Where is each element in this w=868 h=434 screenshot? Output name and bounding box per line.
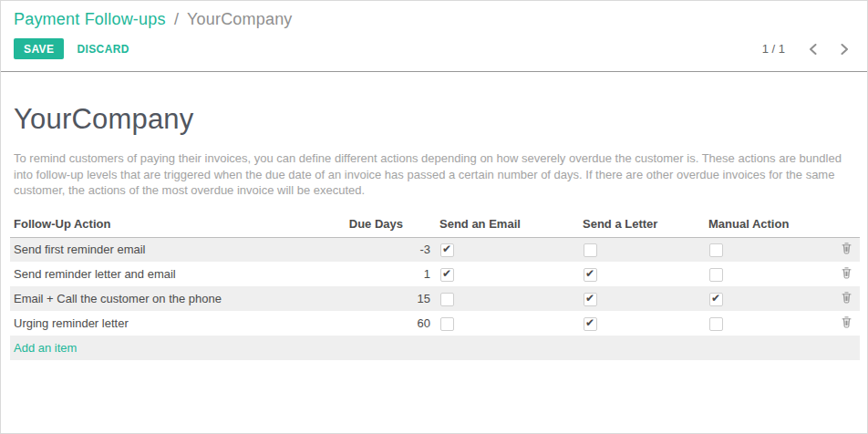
column-header-due-days[interactable]: Due Days <box>312 213 436 238</box>
due-days-cell[interactable]: 1 <box>312 262 436 286</box>
page: Payment Follow-ups / YourCompany SAVE DI… <box>0 0 868 434</box>
control-panel: Payment Follow-ups / YourCompany SAVE DI… <box>1 1 867 72</box>
follow-up-action-cell[interactable]: Urging reminder letter <box>10 311 312 336</box>
delete-row-trash-icon[interactable] <box>841 315 852 328</box>
description-text: To remind customers of paying their invo… <box>10 150 858 199</box>
column-header-send-an-email[interactable]: Send an Email <box>436 213 579 238</box>
breadcrumb-parent-link[interactable]: Payment Follow-ups <box>14 10 166 28</box>
check-icon: ✔ <box>442 243 451 256</box>
send-email-checkbox[interactable]: ✔ <box>440 293 454 306</box>
send-letter-checkbox[interactable]: ✔ <box>584 243 597 257</box>
due-days-cell[interactable]: -3 <box>312 237 436 262</box>
delete-row-trash-icon[interactable] <box>841 291 852 304</box>
pager-value: 1 / 1 <box>762 42 785 56</box>
chevron-right-icon <box>841 44 849 55</box>
add-an-item-link[interactable]: Add an item <box>14 341 77 355</box>
manual-action-checkbox[interactable]: ✔ <box>709 293 723 306</box>
check-icon: ✔ <box>442 267 451 281</box>
check-icon: ✔ <box>585 292 594 305</box>
manual-action-checkbox[interactable]: ✔ <box>709 317 723 331</box>
form-sheet: YourCompany To remind customers of payin… <box>1 72 867 360</box>
pager-next-button[interactable] <box>835 42 854 57</box>
page-title: YourCompany <box>10 103 858 136</box>
follow-up-levels-table: Follow-Up Action Due Days Send an Email … <box>10 213 860 361</box>
control-panel-buttons: SAVE DISCARD 1 / 1 <box>14 38 854 59</box>
send-email-checkbox[interactable]: ✔ <box>440 268 454 282</box>
send-email-checkbox[interactable]: ✔ <box>440 243 454 257</box>
delete-row-trash-icon[interactable] <box>841 266 852 279</box>
check-icon: ✔ <box>585 316 594 330</box>
pager-previous-button[interactable] <box>803 42 822 57</box>
column-header-manual-action[interactable]: Manual Action <box>705 213 832 238</box>
follow-up-action-cell[interactable]: Send reminder letter and email <box>10 262 312 286</box>
follow-up-action-cell[interactable]: Send first reminder email <box>10 237 312 262</box>
table-row[interactable]: Email + Call the customer on the phone 1… <box>10 286 860 311</box>
chevron-left-icon <box>809 44 817 55</box>
due-days-cell[interactable]: 15 <box>312 286 436 311</box>
check-icon: ✔ <box>711 292 720 305</box>
breadcrumb-current: YourCompany <box>187 10 293 28</box>
send-letter-checkbox[interactable]: ✔ <box>584 293 597 306</box>
discard-button[interactable]: DISCARD <box>77 43 129 56</box>
delete-row-trash-icon[interactable] <box>841 242 852 254</box>
follow-up-action-cell[interactable]: Email + Call the customer on the phone <box>10 286 312 311</box>
send-letter-checkbox[interactable]: ✔ <box>584 268 597 282</box>
send-email-checkbox[interactable]: ✔ <box>440 317 454 331</box>
table-row[interactable]: Send reminder letter and email 1 ✔ ✔ ✔ <box>10 262 860 286</box>
column-header-send-a-letter[interactable]: Send a Letter <box>579 213 705 238</box>
table-row[interactable]: Send first reminder email -3 ✔ ✔ ✔ <box>10 237 860 262</box>
manual-action-checkbox[interactable]: ✔ <box>709 243 723 257</box>
column-header-delete <box>832 213 860 238</box>
save-button[interactable]: SAVE <box>14 38 64 59</box>
breadcrumb: Payment Follow-ups / YourCompany <box>14 10 854 29</box>
send-letter-checkbox[interactable]: ✔ <box>584 317 597 331</box>
check-icon: ✔ <box>585 267 594 281</box>
due-days-cell[interactable]: 60 <box>312 311 436 336</box>
manual-action-checkbox[interactable]: ✔ <box>709 268 723 282</box>
table-row[interactable]: Urging reminder letter 60 ✔ ✔ ✔ <box>10 311 860 336</box>
breadcrumb-separator: / <box>174 10 179 28</box>
table-header-row: Follow-Up Action Due Days Send an Email … <box>10 213 860 238</box>
column-header-follow-up-action[interactable]: Follow-Up Action <box>10 213 312 238</box>
pager: 1 / 1 <box>762 42 854 57</box>
add-item-row[interactable]: Add an item <box>10 336 860 360</box>
